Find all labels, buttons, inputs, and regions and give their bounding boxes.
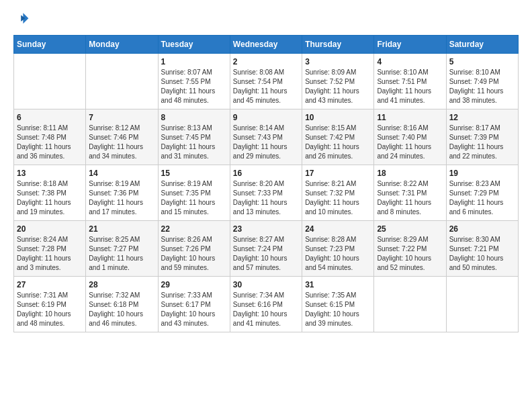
calendar-cell: 11Sunrise: 8:16 AMSunset: 7:40 PMDayligh… [374,109,446,165]
weekday-header: Friday [374,36,446,54]
calendar-cell: 27Sunrise: 7:31 AMSunset: 6:19 PMDayligh… [14,277,86,332]
calendar-cell: 30Sunrise: 7:34 AMSunset: 6:16 PMDayligh… [230,277,302,332]
weekday-header: Tuesday [158,36,230,54]
day-info: Sunrise: 8:19 AMSunset: 7:36 PMDaylight:… [89,179,154,217]
calendar-cell: 16Sunrise: 8:20 AMSunset: 7:33 PMDayligh… [230,165,302,221]
day-number: 10 [305,113,371,122]
calendar-cell: 5Sunrise: 8:10 AMSunset: 7:49 PMDaylight… [446,54,518,109]
calendar-cell: 6Sunrise: 8:11 AMSunset: 7:48 PMDaylight… [14,109,86,165]
calendar-cell: 1Sunrise: 8:07 AMSunset: 7:55 PMDaylight… [158,54,230,109]
day-info: Sunrise: 8:23 AMSunset: 7:29 PMDaylight:… [449,179,515,217]
calendar-cell [86,54,158,109]
day-number: 7 [89,113,154,122]
calendar-cell [374,277,446,332]
day-number: 11 [377,113,443,122]
calendar-cell: 22Sunrise: 8:26 AMSunset: 7:26 PMDayligh… [158,221,230,277]
calendar-week-row: 20Sunrise: 8:24 AMSunset: 7:28 PMDayligh… [14,221,519,277]
day-info: Sunrise: 8:10 AMSunset: 7:51 PMDaylight:… [377,68,443,105]
day-info: Sunrise: 8:11 AMSunset: 7:48 PMDaylight:… [17,124,83,161]
day-number: 16 [233,169,299,178]
day-info: Sunrise: 8:30 AMSunset: 7:21 PMDaylight:… [449,235,515,273]
calendar-cell: 7Sunrise: 8:12 AMSunset: 7:46 PMDaylight… [86,109,158,165]
day-number: 21 [89,224,154,234]
calendar-cell: 20Sunrise: 8:24 AMSunset: 7:28 PMDayligh… [14,221,86,277]
calendar-cell [446,277,518,332]
day-number: 31 [305,280,371,289]
calendar-cell: 10Sunrise: 8:15 AMSunset: 7:42 PMDayligh… [302,109,374,165]
day-info: Sunrise: 8:26 AMSunset: 7:26 PMDaylight:… [161,235,227,273]
day-number: 30 [233,280,299,289]
day-number: 4 [377,57,443,66]
day-number: 13 [17,169,83,178]
day-info: Sunrise: 8:08 AMSunset: 7:54 PMDaylight:… [233,68,299,105]
weekday-header: Wednesday [230,36,302,54]
calendar-cell: 24Sunrise: 8:28 AMSunset: 7:23 PMDayligh… [302,221,374,277]
day-number: 18 [377,169,443,178]
day-number: 24 [305,224,371,234]
calendar-cell: 15Sunrise: 8:19 AMSunset: 7:35 PMDayligh… [158,165,230,221]
day-number: 19 [449,169,515,178]
calendar-cell: 13Sunrise: 8:18 AMSunset: 7:38 PMDayligh… [14,165,86,221]
weekday-header: Sunday [14,36,86,54]
day-info: Sunrise: 8:16 AMSunset: 7:40 PMDaylight:… [377,124,443,161]
calendar-week-row: 1Sunrise: 8:07 AMSunset: 7:55 PMDaylight… [14,54,519,109]
page-header [13,11,519,27]
day-number: 20 [17,224,83,234]
day-info: Sunrise: 8:21 AMSunset: 7:32 PMDaylight:… [305,179,371,217]
day-info: Sunrise: 8:07 AMSunset: 7:55 PMDaylight:… [161,68,227,105]
calendar-cell: 9Sunrise: 8:14 AMSunset: 7:43 PMDaylight… [230,109,302,165]
day-info: Sunrise: 8:20 AMSunset: 7:33 PMDaylight:… [233,179,299,217]
day-info: Sunrise: 7:34 AMSunset: 6:16 PMDaylight:… [233,291,299,328]
calendar-cell: 21Sunrise: 8:25 AMSunset: 7:27 PMDayligh… [86,221,158,277]
day-number: 8 [161,113,227,122]
calendar-cell: 8Sunrise: 8:13 AMSunset: 7:45 PMDaylight… [158,109,230,165]
calendar-cell: 2Sunrise: 8:08 AMSunset: 7:54 PMDaylight… [230,54,302,109]
day-number: 26 [449,224,515,234]
day-number: 28 [89,280,154,289]
calendar-cell: 12Sunrise: 8:17 AMSunset: 7:39 PMDayligh… [446,109,518,165]
calendar-cell [14,54,86,109]
day-number: 9 [233,113,299,122]
day-info: Sunrise: 8:13 AMSunset: 7:45 PMDaylight:… [161,124,227,161]
day-number: 6 [17,113,83,122]
calendar-week-row: 13Sunrise: 8:18 AMSunset: 7:38 PMDayligh… [14,165,519,221]
day-info: Sunrise: 8:18 AMSunset: 7:38 PMDaylight:… [17,179,83,217]
day-info: Sunrise: 8:27 AMSunset: 7:24 PMDaylight:… [233,235,299,273]
day-info: Sunrise: 8:15 AMSunset: 7:42 PMDaylight:… [305,124,371,161]
day-info: Sunrise: 8:29 AMSunset: 7:22 PMDaylight:… [377,235,443,273]
calendar-header-row: SundayMondayTuesdayWednesdayThursdayFrid… [14,36,519,54]
day-info: Sunrise: 8:10 AMSunset: 7:49 PMDaylight:… [449,68,515,105]
calendar-cell: 19Sunrise: 8:23 AMSunset: 7:29 PMDayligh… [446,165,518,221]
calendar-week-row: 27Sunrise: 7:31 AMSunset: 6:19 PMDayligh… [14,277,519,332]
calendar-cell: 18Sunrise: 8:22 AMSunset: 7:31 PMDayligh… [374,165,446,221]
calendar-cell: 31Sunrise: 7:35 AMSunset: 6:15 PMDayligh… [302,277,374,332]
calendar-cell: 4Sunrise: 8:10 AMSunset: 7:51 PMDaylight… [374,54,446,109]
day-info: Sunrise: 8:14 AMSunset: 7:43 PMDaylight:… [233,124,299,161]
day-info: Sunrise: 7:35 AMSunset: 6:15 PMDaylight:… [305,291,371,328]
calendar-cell: 26Sunrise: 8:30 AMSunset: 7:21 PMDayligh… [446,221,518,277]
day-number: 14 [89,169,154,178]
calendar-cell: 28Sunrise: 7:32 AMSunset: 6:18 PMDayligh… [86,277,158,332]
weekday-header: Thursday [302,36,374,54]
weekday-header: Saturday [446,36,518,54]
day-info: Sunrise: 8:25 AMSunset: 7:27 PMDaylight:… [89,235,154,273]
day-number: 12 [449,113,515,122]
day-info: Sunrise: 7:32 AMSunset: 6:18 PMDaylight:… [89,291,154,328]
day-info: Sunrise: 7:31 AMSunset: 6:19 PMDaylight:… [17,291,83,328]
calendar-cell: 17Sunrise: 8:21 AMSunset: 7:32 PMDayligh… [302,165,374,221]
day-info: Sunrise: 8:28 AMSunset: 7:23 PMDaylight:… [305,235,371,273]
day-number: 5 [449,57,515,66]
day-number: 23 [233,224,299,234]
day-number: 29 [161,280,227,289]
calendar-cell: 29Sunrise: 7:33 AMSunset: 6:17 PMDayligh… [158,277,230,332]
calendar-cell: 3Sunrise: 8:09 AMSunset: 7:52 PMDaylight… [302,54,374,109]
calendar-table: SundayMondayTuesdayWednesdayThursdayFrid… [13,35,519,332]
calendar-cell: 25Sunrise: 8:29 AMSunset: 7:22 PMDayligh… [374,221,446,277]
day-number: 2 [233,57,299,66]
day-number: 3 [305,57,371,66]
day-info: Sunrise: 7:33 AMSunset: 6:17 PMDaylight:… [161,291,227,328]
calendar-cell: 23Sunrise: 8:27 AMSunset: 7:24 PMDayligh… [230,221,302,277]
weekday-header: Monday [86,36,158,54]
calendar-week-row: 6Sunrise: 8:11 AMSunset: 7:48 PMDaylight… [14,109,519,165]
day-info: Sunrise: 8:19 AMSunset: 7:35 PMDaylight:… [161,179,227,217]
